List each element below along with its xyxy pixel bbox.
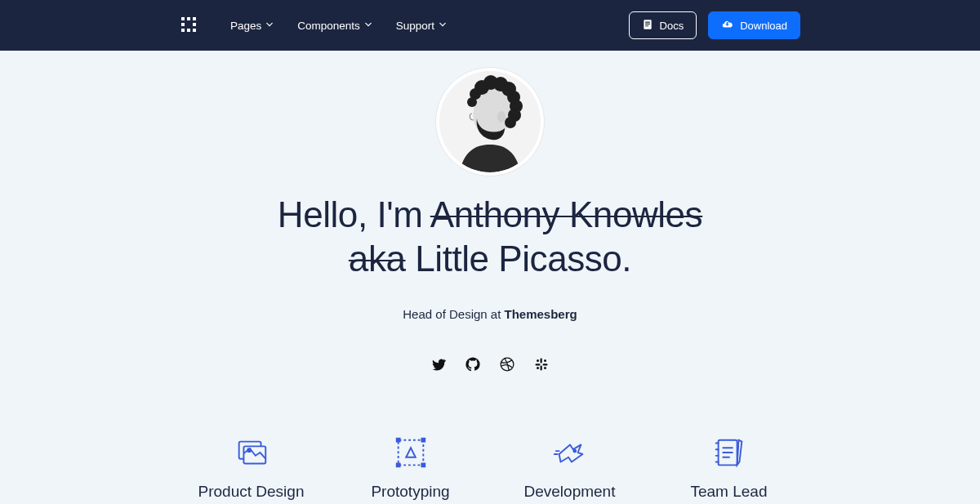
book-icon [642,19,653,32]
chevron-down-icon [266,22,273,29]
svg-point-26 [537,359,539,362]
dribbble-icon[interactable] [500,357,514,372]
svg-rect-5 [181,29,185,32]
development-icon [551,434,589,471]
feature-title: Prototyping [331,483,490,501]
team-lead-icon [710,434,748,471]
svg-point-29 [544,367,546,369]
headline: Hello, I'm Anthony Knowles aka Little Pi… [0,193,980,281]
svg-rect-36 [396,464,399,467]
nav-item-pages[interactable]: Pages [230,20,273,32]
prototyping-icon [392,434,430,471]
nav-item-label: Pages [230,20,261,32]
nav-item-support[interactable]: Support [396,20,446,32]
twitter-icon[interactable] [431,357,446,372]
svg-rect-23 [541,366,542,371]
features: Product Design Prototyping Development [172,434,808,501]
svg-point-27 [544,359,546,362]
download-button[interactable]: Download [708,11,800,39]
headline-strike-2: aka [349,239,406,279]
svg-rect-2 [193,17,196,20]
svg-rect-22 [541,359,542,364]
social-links [0,357,980,372]
product-design-icon [233,434,270,471]
docs-button[interactable]: Docs [629,11,697,39]
avatar-frame [435,67,545,176]
svg-rect-3 [181,23,185,26]
nav-right: Docs Download [629,11,800,39]
svg-rect-25 [543,364,548,365]
svg-rect-0 [181,17,185,20]
nav-item-components[interactable]: Components [297,20,372,32]
subtitle-prefix: Head of Design at [403,307,504,321]
feature-title: Product Design [172,483,331,501]
button-label: Docs [660,20,684,31]
chevron-down-icon [439,22,446,29]
svg-rect-34 [396,439,399,442]
svg-point-20 [497,111,506,123]
nav-item-label: Support [396,20,434,32]
svg-point-17 [505,117,516,128]
svg-rect-35 [421,439,425,442]
svg-point-38 [573,450,576,453]
feature-title: Team Lead [649,483,808,501]
brand-logo[interactable] [180,16,198,35]
svg-rect-1 [187,17,190,20]
feature-development: Development [490,434,649,501]
svg-point-19 [467,97,477,107]
cloud-download-icon [721,19,733,32]
headline-strike-1: Anthony Knowles [430,194,702,234]
svg-rect-4 [193,23,196,26]
feature-product-design: Product Design [172,434,331,501]
github-icon[interactable] [466,357,480,372]
slack-icon[interactable] [534,357,549,372]
subtitle: Head of Design at Themesberg [0,307,980,321]
nav-item-label: Components [297,20,360,32]
subtitle-company: Themesberg [505,307,577,321]
feature-prototyping: Prototyping [331,434,490,501]
button-label: Download [740,20,787,31]
svg-point-32 [247,448,251,452]
svg-rect-6 [187,29,190,32]
svg-rect-37 [421,464,425,467]
navbar: Pages Components Support [0,0,980,51]
svg-rect-24 [536,364,541,365]
nav-menu: Pages Components Support [230,20,446,32]
feature-team-lead: Team Lead [649,434,808,501]
nav-left: Pages Components Support [180,16,446,35]
chevron-down-icon [365,22,372,29]
svg-point-28 [537,367,539,369]
hero: Hello, I'm Anthony Knowles aka Little Pi… [0,51,980,372]
avatar [439,71,541,172]
headline-suffix: Little Picasso. [405,239,631,279]
headline-prefix: Hello, I'm [278,194,430,234]
svg-rect-33 [398,440,423,466]
feature-title: Development [490,483,649,501]
svg-rect-7 [193,29,196,32]
